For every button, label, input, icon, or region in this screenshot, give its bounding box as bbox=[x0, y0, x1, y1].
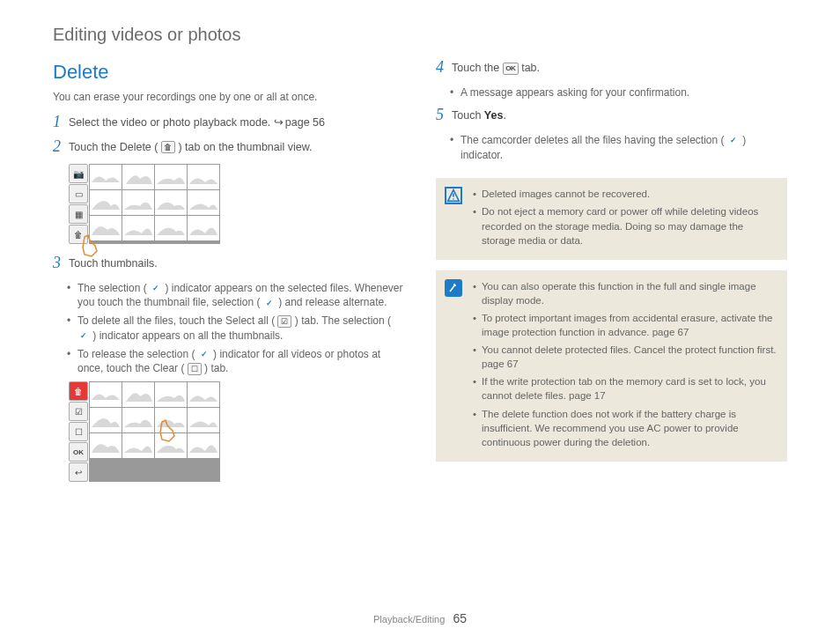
two-column-layout: Delete You can erase your recordings one… bbox=[53, 61, 787, 494]
side-tab-trash-icon: 🗑 bbox=[69, 381, 88, 401]
bullet-item: To delete all the files, touch the Selec… bbox=[69, 314, 404, 344]
bullet-text: To delete all the files, touch the Selec… bbox=[77, 314, 277, 327]
step-body: Select the video or photo playback mode.… bbox=[69, 115, 404, 131]
thumbnail-illustration-1: 📷 ▭ ▦ 🗑 bbox=[69, 164, 227, 244]
info-icon bbox=[445, 279, 462, 297]
page-ref: page 56 bbox=[285, 116, 325, 129]
step-text: ) tab on the thumbnail view. bbox=[175, 141, 313, 153]
info-text: If the write protection tab on the memor… bbox=[482, 376, 766, 401]
step-text: Touch the Delete ( bbox=[69, 141, 161, 153]
ok-icon: OK bbox=[503, 63, 519, 75]
step-number: 5 bbox=[436, 107, 452, 122]
step-5: 5 Touch Yes. bbox=[436, 108, 787, 124]
touch-hand-icon bbox=[76, 232, 104, 260]
check-icon: ✓ bbox=[727, 135, 740, 147]
step-body: Touch the OK tab. bbox=[452, 61, 787, 77]
step-2: 2 Touch the Delete ( 🗑 ) tab on the thum… bbox=[53, 140, 404, 156]
step-text: tab. bbox=[519, 62, 540, 74]
side-tab-film-icon: ▭ bbox=[69, 184, 88, 203]
thumb-cell bbox=[90, 408, 122, 432]
step-text: . bbox=[503, 109, 505, 122]
step-number: 1 bbox=[53, 114, 69, 129]
side-tabs: 🗑 ☑ ☐ OK ↩ bbox=[69, 381, 88, 482]
bullet-text: ) indicator appears on all the thumbnail… bbox=[90, 329, 283, 342]
step-text: Touch bbox=[452, 109, 484, 122]
check-icon: ✓ bbox=[150, 282, 162, 294]
step-number: 3 bbox=[53, 255, 69, 270]
bullet-item: The selection ( ✓ ) indicator appears on… bbox=[69, 281, 404, 311]
thumb-cell bbox=[155, 216, 187, 240]
bullet-item: A message appears asking for your confir… bbox=[452, 85, 787, 100]
step-body: Touch Yes. bbox=[452, 108, 787, 124]
footer-section: Playback/Editing bbox=[373, 614, 445, 625]
yes-label: Yes bbox=[484, 109, 504, 122]
bullet-item: The camcorder deletes all the files havi… bbox=[452, 133, 787, 163]
page-ref: page 67 bbox=[482, 358, 519, 369]
side-tab-clear-icon: ☐ bbox=[69, 422, 88, 441]
step-1: 1 Select the video or photo playback mod… bbox=[53, 115, 404, 131]
right-column: 4 Touch the OK tab. A message appears as… bbox=[436, 61, 787, 494]
clear-icon: ☐ bbox=[188, 363, 202, 375]
bullet-item: To release the selection ( ✓ ) indicator… bbox=[69, 347, 404, 377]
check-icon: ✓ bbox=[263, 297, 276, 309]
bullet-text: ) tab. The selection ( bbox=[291, 314, 391, 327]
step-3: 3 Touch thumbnails. bbox=[53, 256, 404, 272]
thumb-cell bbox=[188, 382, 219, 407]
check-icon: ✓ bbox=[198, 349, 210, 361]
thumb-cell bbox=[188, 165, 219, 189]
thumb-cell bbox=[188, 433, 219, 458]
bullet-text: The selection ( bbox=[77, 282, 150, 294]
check-icon: ✓ bbox=[77, 330, 90, 343]
thumb-cell bbox=[155, 165, 187, 189]
thumb-cell bbox=[155, 190, 187, 215]
thumb-cell bbox=[188, 216, 219, 240]
thumb-cell bbox=[122, 433, 154, 458]
thumb-cell bbox=[90, 165, 122, 189]
thumb-cell bbox=[122, 382, 154, 407]
thumbnail-illustration-2: 🗑 ☑ ☐ OK ↩ bbox=[69, 381, 227, 482]
thumb-cell bbox=[90, 433, 122, 458]
step-number: 2 bbox=[53, 138, 69, 154]
step-text: Select the video or photo playback mode. bbox=[69, 116, 274, 129]
page-heading: Delete bbox=[53, 61, 404, 84]
bullet-text: ) and release alternate. bbox=[276, 296, 387, 308]
side-tab-back-icon: ↩ bbox=[69, 462, 88, 482]
info-bullet: To protect important images from acciden… bbox=[473, 311, 777, 339]
bullet-text: ) tab. bbox=[202, 362, 229, 374]
left-column: Delete You can erase your recordings one… bbox=[53, 61, 404, 494]
thumb-cell bbox=[122, 190, 154, 215]
section-title: Editing videos or photos bbox=[53, 25, 787, 45]
bullet-text: To release the selection ( bbox=[77, 348, 198, 360]
step-5-bullets: The camcorder deletes all the files havi… bbox=[436, 133, 787, 163]
footer-page-number: 65 bbox=[453, 611, 467, 625]
step-4: 4 Touch the OK tab. bbox=[436, 61, 787, 77]
page-ref: page 17 bbox=[569, 390, 606, 401]
warning-icon bbox=[445, 187, 462, 204]
thumb-cell bbox=[122, 216, 154, 240]
thumb-cell bbox=[188, 408, 219, 432]
page-ref: page 67 bbox=[652, 327, 689, 337]
step-body: Touch the Delete ( 🗑 ) tab on the thumbn… bbox=[69, 140, 404, 156]
warn-bullet: Deleted images cannot be recovered. bbox=[473, 187, 777, 201]
info-text: To protect important images from acciden… bbox=[482, 313, 772, 337]
step-3-bullets: The selection ( ✓ ) indicator appears on… bbox=[53, 281, 404, 377]
thumb-cell bbox=[122, 165, 154, 189]
svg-point-2 bbox=[453, 199, 454, 201]
touch-hand-icon bbox=[153, 417, 181, 445]
intro-text: You can erase your recordings one by one… bbox=[53, 91, 404, 103]
thumbnail-grid bbox=[89, 164, 220, 244]
side-tab-grid-icon: ▦ bbox=[69, 204, 88, 224]
thumb-cell bbox=[90, 190, 122, 215]
warning-box: Deleted images cannot be recovered. Do n… bbox=[436, 178, 787, 259]
step-text: Touch the bbox=[452, 62, 503, 74]
step-body: Touch thumbnails. bbox=[69, 256, 404, 272]
thumb-cell bbox=[155, 382, 187, 407]
info-bullet: You cannot delete protected files. Cance… bbox=[473, 343, 777, 371]
warn-bullet: Do not eject a memory card or power off … bbox=[473, 204, 777, 247]
info-bullet: The delete function does not work if the… bbox=[473, 407, 777, 449]
bullet-text: The camcorder deletes all the files havi… bbox=[461, 134, 727, 146]
manual-page: Editing videos or photos Delete You can … bbox=[0, 0, 840, 494]
info-bullet: You can also operate this function in th… bbox=[473, 279, 777, 307]
ref-arrow-icon bbox=[274, 116, 285, 129]
info-text: You cannot delete protected files. Cance… bbox=[482, 344, 777, 355]
